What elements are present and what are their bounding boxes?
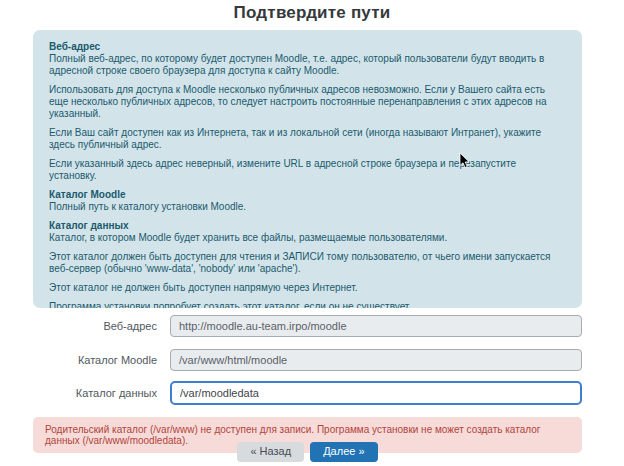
moodle-dir-input[interactable] [170,349,582,371]
form-row-data-dir: Каталог данных [33,381,582,405]
info-section-web-address: Веб-адрес Полный веб-адрес, по которому … [49,41,566,182]
info-paragraph: Полный путь к каталогу установки Moodle. [49,201,566,213]
wizard-buttons: « Назад Далее » [33,442,582,462]
form-row-web-address: Веб-адрес [33,315,582,337]
data-dir-label: Каталог данных [33,387,170,399]
web-address-label: Веб-адрес [33,320,170,332]
info-paragraph: Полный веб-адрес, по которому будет дост… [49,53,566,77]
info-section-data-dir: Каталог данных Каталог, в котором Moodle… [49,220,566,308]
moodle-dir-label: Каталог Moodle [33,354,170,366]
info-paragraph: Если Ваш сайт доступен как из Интернета,… [49,127,566,151]
info-section-moodle-dir: Каталог Moodle Полный путь к каталогу ус… [49,189,566,213]
info-heading-web-address: Веб-адрес [49,41,566,53]
back-button[interactable]: « Назад [237,442,304,462]
install-confirm-paths-page: Подтвердите пути Веб-адрес Полный веб-ад… [0,0,624,466]
info-paragraph: Если указанный здесь адрес неверный, изм… [49,158,566,182]
info-heading-moodle-dir: Каталог Moodle [49,189,566,201]
form-row-moodle-dir: Каталог Moodle [33,349,582,371]
info-paragraph: Каталог, в котором Moodle будет хранить … [49,232,566,244]
data-dir-input[interactable] [170,381,582,405]
paths-info-panel: Веб-адрес Полный веб-адрес, по которому … [33,30,582,308]
page-title: Подтвердите пути [0,3,624,23]
info-paragraph: Этот каталог должен быть доступен для чт… [49,251,566,275]
info-paragraph: Программа установки попробует создать эт… [49,301,566,308]
info-heading-data-dir: Каталог данных [49,220,566,232]
info-paragraph: Этот каталог не должен быть доступен нап… [49,282,566,294]
next-button[interactable]: Далее » [310,442,377,462]
web-address-input[interactable] [170,315,582,337]
info-paragraph: Использовать для доступа к Moodle нескол… [49,84,566,120]
